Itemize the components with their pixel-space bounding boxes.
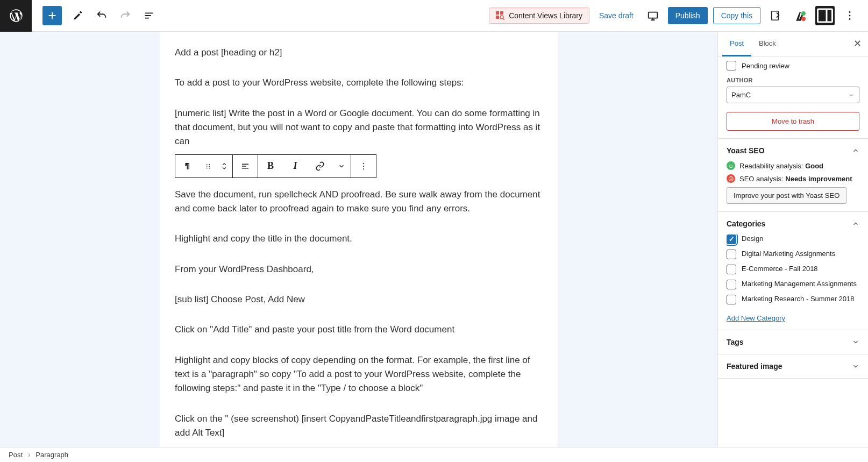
desktop-icon bbox=[647, 10, 659, 22]
svg-rect-2 bbox=[496, 16, 499, 19]
svg-rect-7 bbox=[818, 9, 833, 22]
tab-post[interactable]: Post bbox=[722, 32, 751, 56]
paragraph-block[interactable]: Highlight and copy the title in the docu… bbox=[175, 232, 543, 246]
italic-button[interactable]: I bbox=[283, 155, 308, 177]
paragraph-block[interactable]: From your WordPress Dashboard, bbox=[175, 262, 543, 276]
categories-header[interactable]: Categories bbox=[727, 219, 859, 228]
svg-point-13 bbox=[207, 166, 208, 167]
categories-list[interactable]: DesignDigital Marketing AssignmentsE-Com… bbox=[727, 234, 859, 310]
chevron-down-icon bbox=[852, 363, 859, 370]
more-vertical-icon bbox=[359, 161, 368, 171]
categories-title: Categories bbox=[727, 219, 765, 228]
featured-image-header[interactable]: Featured image bbox=[727, 362, 859, 371]
category-checkbox[interactable] bbox=[727, 250, 736, 259]
undo-button[interactable] bbox=[92, 6, 111, 25]
copy-this-button[interactable]: Copy this bbox=[713, 7, 760, 24]
author-label: AUTHOR bbox=[727, 77, 859, 83]
category-label: Marketing Management Assignments bbox=[742, 280, 857, 289]
svg-point-18 bbox=[363, 162, 364, 164]
workspace: Adding and Formatting a WordPress Post A… bbox=[0, 32, 868, 447]
chevron-up-icon bbox=[852, 147, 859, 154]
category-label: Design bbox=[742, 234, 763, 244]
svg-point-19 bbox=[363, 166, 364, 167]
link-icon bbox=[315, 161, 325, 171]
paragraph-block[interactable]: Highlight and copy blocks of copy depend… bbox=[175, 353, 543, 396]
author-select[interactable]: PamC bbox=[727, 87, 859, 103]
paragraph-icon bbox=[183, 161, 193, 171]
options-button[interactable] bbox=[840, 6, 859, 25]
settings-sidebar: Post Block ✕ Pending review AUTHOR PamC … bbox=[717, 32, 868, 447]
move-to-trash-button[interactable]: Move to trash bbox=[727, 112, 859, 131]
paragraph-block[interactable]: [numeric list] Write the post in a Word … bbox=[175, 106, 543, 149]
more-formatting-button[interactable] bbox=[332, 155, 351, 177]
paragraph-block[interactable]: Save the document, run spellcheck AND pr… bbox=[175, 188, 543, 216]
breadcrumb-block[interactable]: Paragraph bbox=[35, 451, 68, 459]
paragraph-block[interactable]: [sub list] Choose Post, Add New bbox=[175, 293, 543, 307]
drag-handle[interactable] bbox=[200, 155, 216, 177]
bold-button[interactable]: B bbox=[258, 155, 283, 177]
yoast-button[interactable] bbox=[791, 6, 810, 25]
category-item: Design bbox=[727, 234, 857, 244]
preview-button[interactable] bbox=[643, 6, 663, 25]
list-view-icon bbox=[143, 10, 155, 22]
block-options-button[interactable] bbox=[351, 155, 376, 177]
category-checkbox[interactable] bbox=[727, 295, 736, 304]
block-type-button[interactable] bbox=[175, 155, 200, 177]
yoast-header[interactable]: Yoast SEO bbox=[727, 146, 859, 155]
top-right-tools: Content Views Library Save draft Publish… bbox=[489, 6, 868, 25]
chevron-up-icon bbox=[852, 220, 859, 228]
paragraph-block[interactable]: Click on the " (see screenshot) [insert … bbox=[175, 412, 543, 440]
pencil-icon bbox=[72, 10, 84, 22]
link-button[interactable] bbox=[308, 155, 332, 177]
wp-logo-button[interactable] bbox=[0, 0, 32, 32]
pending-review-label: Pending review bbox=[742, 62, 789, 70]
close-sidebar-button[interactable]: ✕ bbox=[851, 37, 864, 50]
add-new-category-link[interactable]: Add New Category bbox=[727, 314, 785, 322]
content-views-button[interactable]: Content Views Library bbox=[489, 8, 589, 24]
category-item: Digital Marketing Assignments bbox=[727, 250, 857, 259]
align-button[interactable] bbox=[233, 155, 258, 177]
breadcrumb-footer: Post › Paragraph bbox=[0, 447, 868, 462]
editor-scroll[interactable]: Adding and Formatting a WordPress Post A… bbox=[0, 32, 717, 447]
pending-review-row: Pending review bbox=[727, 61, 859, 70]
add-block-button[interactable] bbox=[42, 6, 62, 25]
top-toolbar: Content Views Library Save draft Publish… bbox=[0, 0, 868, 32]
svg-rect-6 bbox=[772, 11, 779, 20]
author-value: PamC bbox=[731, 91, 751, 99]
redo-button[interactable] bbox=[116, 6, 135, 25]
plus-icon bbox=[46, 10, 58, 22]
pending-review-checkbox[interactable] bbox=[727, 61, 736, 70]
align-left-icon bbox=[240, 161, 250, 171]
document-outline-button[interactable] bbox=[139, 6, 159, 25]
category-checkbox[interactable] bbox=[727, 280, 736, 289]
sidebar-tabs: Post Block ✕ bbox=[718, 32, 868, 56]
svg-point-11 bbox=[849, 18, 851, 20]
breadcrumb-post[interactable]: Post bbox=[9, 451, 23, 459]
svg-point-9 bbox=[849, 11, 851, 13]
tools-button[interactable] bbox=[68, 6, 88, 25]
tab-block[interactable]: Block bbox=[751, 32, 784, 56]
wordpress-icon bbox=[9, 8, 24, 23]
category-checkbox[interactable] bbox=[727, 234, 736, 244]
content-views-icon bbox=[496, 11, 504, 20]
editor-canvas[interactable]: Adding and Formatting a WordPress Post A… bbox=[160, 32, 558, 447]
featured-image-title: Featured image bbox=[727, 362, 782, 371]
svg-line-4 bbox=[503, 18, 504, 20]
paragraph-block[interactable]: Add a post [heading or h2] bbox=[175, 46, 543, 60]
svg-rect-5 bbox=[648, 12, 657, 18]
publish-button[interactable]: Publish bbox=[668, 7, 708, 24]
top-left-tools bbox=[32, 6, 163, 25]
jetpack-button[interactable] bbox=[766, 6, 785, 25]
category-checkbox[interactable] bbox=[727, 265, 736, 274]
tags-header[interactable]: Tags bbox=[727, 338, 859, 346]
paragraph-block[interactable]: To add a post to your WordPress website,… bbox=[175, 76, 543, 90]
more-vertical-icon bbox=[844, 10, 856, 22]
move-arrows[interactable] bbox=[216, 155, 232, 177]
save-draft-button[interactable]: Save draft bbox=[595, 8, 638, 23]
svg-point-17 bbox=[209, 167, 210, 168]
improve-yoast-button[interactable]: Improve your post with Yoast SEO bbox=[727, 187, 846, 204]
paragraph-block[interactable]: Click on "Add Title" and paste your post… bbox=[175, 323, 543, 337]
settings-toggle-button[interactable] bbox=[815, 6, 835, 25]
category-item: Marketing Research - Summer 2018 bbox=[727, 295, 857, 304]
sidebar-icon bbox=[815, 6, 835, 25]
